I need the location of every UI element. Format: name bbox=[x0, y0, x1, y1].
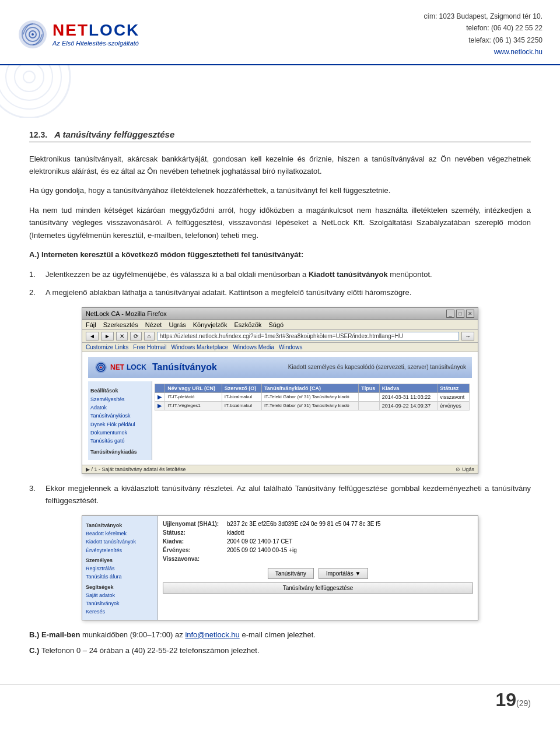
menu-edit[interactable]: Szerkesztés bbox=[103, 321, 138, 328]
cert-table-area: Név vagy URL (CN) Szervező (O) Tanúsítvá… bbox=[152, 381, 472, 460]
cert-table: Név vagy URL (CN) Szervező (O) Tanúsítvá… bbox=[155, 384, 470, 410]
section-title: A tanúsítvány felfüggesztése bbox=[54, 129, 174, 139]
link-hotmail[interactable]: Free Hotmail bbox=[133, 344, 166, 350]
browser-statusbar-1: ▶ / 1 - Saját tanúsítvány adatai és letö… bbox=[82, 465, 478, 473]
sidebar-section-beallitasok: Beállítások bbox=[90, 388, 149, 394]
sidebar-link-dokumentumok[interactable]: Dokumentumok bbox=[90, 429, 149, 437]
ss2-link-kiadott[interactable]: Kiadott tanúsítványok bbox=[86, 538, 154, 546]
browser-titlebar-1: NetLock CA - Mozilla Firefox _ □ ✕ bbox=[82, 308, 478, 320]
minimize-button[interactable]: _ bbox=[446, 310, 454, 318]
ss2-sidebar: Tanúsítványok Beadott kérelmek Kiadott t… bbox=[82, 516, 158, 620]
link-customize[interactable]: Customize Links bbox=[86, 344, 128, 350]
section-c-label: C.) bbox=[29, 646, 41, 655]
menu-file[interactable]: Fájl bbox=[86, 321, 96, 328]
ss2-link-ertenytelenites[interactable]: Érvénytelenítés bbox=[86, 546, 154, 554]
table-row: ▶ IT-IT-pletáció IT-bizalmakul IT-Teleki… bbox=[155, 392, 470, 401]
link-media[interactable]: Windows Media bbox=[233, 344, 274, 350]
logo-area: NETLOCK Az Első Hitelesítés-szolgáltató bbox=[18, 19, 139, 50]
row-ca-2: IT-Teleki Gábor (of 31) Tanúsítvány kiad… bbox=[262, 401, 359, 410]
stop-button[interactable]: ✕ bbox=[116, 332, 128, 341]
section-c-text: Telefonon 0 – 24 órában a (40) 22-55-22 … bbox=[41, 646, 260, 655]
browser-menubar-1: Fájl Szerkesztés Nézet Ugrás Könyvjelzők… bbox=[82, 320, 478, 330]
row-type-1 bbox=[359, 392, 379, 401]
ss2-value-ervenyes: 2005 09 02 1400 00-15 +ig bbox=[227, 547, 473, 553]
back-button[interactable]: ◄ bbox=[86, 332, 99, 341]
brand-tagline: Az Első Hitelesítés-szolgáltató bbox=[52, 40, 139, 47]
ss2-label-ervenyes: Érvényes: bbox=[163, 547, 227, 553]
ss2-link-tanusvanyok[interactable]: Tanúsítványok bbox=[86, 599, 154, 608]
ss2-link-regisztralas[interactable]: Regisztrálás bbox=[86, 564, 154, 573]
ss2-value-sha1: b237 2c 3E ef2E6b 3d039E c24 0e 99 81 c5… bbox=[227, 521, 473, 527]
link-windows[interactable]: Windows bbox=[279, 344, 303, 350]
row-cn-1: IT-IT-pletáció bbox=[165, 392, 222, 401]
address-bar[interactable] bbox=[157, 332, 459, 341]
row-issued-2: 2014-09-22 14:09:37 bbox=[379, 401, 437, 410]
col-status: Státusz bbox=[438, 384, 470, 392]
browser-content-1: NETLOCK Tanúsítványok Kiadott személyes … bbox=[82, 352, 478, 465]
section-b-email[interactable]: info@netlock.hu bbox=[185, 630, 239, 639]
ss2-label-visszavonva: Visszavonva: bbox=[163, 556, 227, 562]
browser-screenshot-1: NetLock CA - Mozilla Firefox _ □ ✕ Fájl … bbox=[82, 307, 478, 474]
menu-help[interactable]: Súgó bbox=[269, 321, 284, 328]
ss2-field-ervenyes: Érvényes: 2005 09 02 1400 00-15 +ig bbox=[163, 547, 473, 553]
svg-point-8 bbox=[15, 65, 44, 92]
ss2-value-kiadva: 2004 09 02 1400-17 CET bbox=[227, 538, 473, 545]
row-arrow-2[interactable]: ▶ bbox=[155, 401, 165, 410]
menu-go[interactable]: Ugrás bbox=[169, 321, 186, 328]
ss2-link-sajatadatok[interactable]: Saját adatok bbox=[86, 591, 154, 599]
ss2-import-button[interactable]: Importálás ▼ bbox=[318, 568, 368, 579]
ss2-suspend-button[interactable]: Tanúsítvány felfüggesztése bbox=[163, 582, 473, 594]
sidebar-link-tanusitasgato[interactable]: Tanúsítás gató bbox=[90, 437, 149, 445]
go-button[interactable]: → bbox=[461, 332, 474, 341]
sidebar-link-tanusvkiosk[interactable]: Tanúsítványkiosk bbox=[90, 412, 149, 420]
ss2-field-kiadva: Kiadva: 2004 09 02 1400-17 CET bbox=[163, 538, 473, 545]
section-b-text: munkaidőben (9:00–17:00) az bbox=[82, 630, 185, 639]
main-content: 12.3. A tanúsítvány felfüggesztése Elekt… bbox=[0, 118, 560, 678]
contact-website: www.netlock.hu bbox=[424, 46, 542, 58]
ss2-link-tanusitas[interactable]: Tanúsítás áfura bbox=[86, 573, 154, 581]
sidebar-section-kiadás: Tanúsítványkiadás bbox=[90, 449, 149, 455]
item-text-2: A megjelenő ablakban láthatja a tanúsítv… bbox=[46, 286, 411, 299]
browser-body: Beállítások Személyesítés Adatok Tanúsít… bbox=[88, 381, 472, 460]
numbered-list-2: 3. Ekkor megjelennek a kiválasztott tanú… bbox=[29, 482, 531, 507]
sidebar-link-dynek[interactable]: Dynek Fiók például bbox=[90, 420, 149, 429]
col-issued: Kiadva bbox=[379, 384, 437, 392]
section-c: C.) Telefonon 0 – 24 órában a (40) 22-55… bbox=[29, 644, 531, 657]
item-number-1: 1. bbox=[29, 268, 40, 280]
home-button[interactable]: ⌂ bbox=[144, 332, 155, 341]
svg-point-13 bbox=[100, 366, 102, 368]
row-arrow-1[interactable]: ▶ bbox=[155, 392, 165, 401]
close-button[interactable]: ✕ bbox=[466, 310, 474, 318]
menu-tools[interactable]: Eszközök bbox=[234, 321, 261, 328]
col-cn: Név vagy URL (CN) bbox=[165, 384, 222, 392]
ss2-link-beadott[interactable]: Beadott kérelmek bbox=[86, 529, 154, 538]
ss2-link-kereses[interactable]: Keresés bbox=[86, 608, 154, 616]
ss2-cert-button[interactable]: Tanúsítvány bbox=[268, 568, 314, 579]
link-marketplace[interactable]: Windows Marketplace bbox=[172, 344, 229, 350]
logo-text: NETLOCK Az Első Hitelesítés-szolgáltató bbox=[52, 22, 139, 47]
status-text-1: ▶ / 1 - Saját tanúsítvány adatai és letö… bbox=[86, 466, 186, 472]
col-o: Szervező (O) bbox=[222, 384, 261, 392]
ss2-label-kiadva: Kiadva: bbox=[163, 538, 227, 545]
sidebar-link-adatok[interactable]: Adatok bbox=[90, 403, 149, 412]
status-right: ⊙ Ugás bbox=[456, 466, 474, 472]
page-header: NETLOCK Az Első Hitelesítés-szolgáltató … bbox=[0, 0, 560, 65]
menu-view[interactable]: Nézet bbox=[145, 321, 162, 328]
ss2-cert-section: Tanúsítványok bbox=[86, 522, 154, 528]
paragraph-3: Ha nem tud minden kétséget kizáróan megg… bbox=[29, 204, 531, 241]
item-text-1: Jelentkezzen be az ügyfélmenüjébe, és vá… bbox=[46, 268, 432, 280]
logo-box: NETLOCK Az Első Hitelesítés-szolgáltató bbox=[18, 19, 139, 50]
page-number: 19 bbox=[496, 690, 517, 709]
refresh-button[interactable]: ⟳ bbox=[130, 332, 142, 341]
maximize-button[interactable]: □ bbox=[456, 310, 464, 318]
forward-button[interactable]: ► bbox=[101, 332, 114, 341]
brand-name: NETLOCK bbox=[52, 22, 139, 38]
row-o-1: IT-bizalmakul bbox=[222, 392, 261, 401]
menu-bookmarks[interactable]: Könyvjelzők bbox=[193, 321, 228, 328]
sidebar-link-szemelyesites[interactable]: Személyesítés bbox=[90, 395, 149, 403]
browser-screenshot-2: Tanúsítványok Beadott kérelmek Kiadott t… bbox=[82, 515, 478, 620]
window-controls: _ □ ✕ bbox=[446, 310, 474, 318]
row-ca-1: IT-Teleki Gábor (of 31) Tanúsítvány kiad… bbox=[262, 392, 359, 401]
browser-title-1: NetLock CA - Mozilla Firefox bbox=[86, 310, 167, 317]
contact-info: cím: 1023 Budapest, Zsigmond tér 10. tel… bbox=[424, 10, 542, 58]
